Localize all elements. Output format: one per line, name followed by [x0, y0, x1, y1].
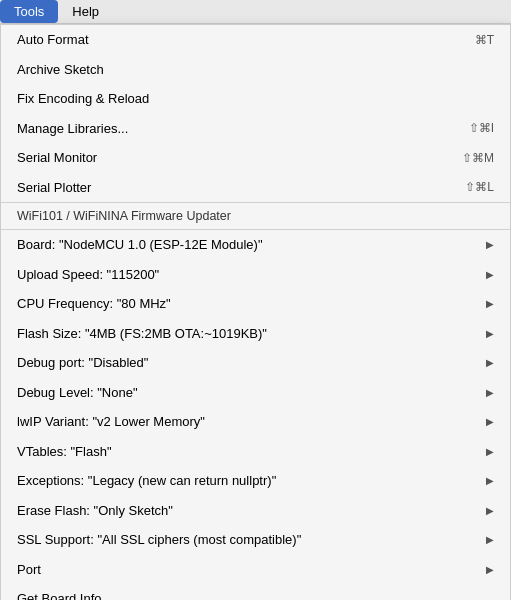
menu-section-2: Board: "NodeMCU 1.0 (ESP-12E Module)"▶Up… — [1, 230, 510, 600]
section-header-1: WiFi101 / WiFiNINA Firmware Updater — [1, 203, 510, 229]
menu-item-label: Get Board Info — [17, 589, 102, 600]
menu-item-2-5[interactable]: Debug Level: "None"▶ — [1, 378, 510, 408]
menu-bar-item-tools[interactable]: Tools — [0, 0, 58, 23]
menu-item-label: CPU Frequency: "80 MHz" — [17, 294, 171, 314]
menu-item-label: Exceptions: "Legacy (new can return null… — [17, 471, 276, 491]
menu-item-label: SSL Support: "All SSL ciphers (most comp… — [17, 530, 301, 550]
menu-item-2-12[interactable]: Get Board Info — [1, 584, 510, 600]
submenu-arrow-icon: ▶ — [486, 296, 494, 311]
menu-item-2-7[interactable]: VTables: "Flash"▶ — [1, 437, 510, 467]
menu-item-0-3[interactable]: Manage Libraries...⇧⌘I — [1, 114, 510, 144]
menu-item-0-0[interactable]: Auto Format⌘T — [1, 25, 510, 55]
menu-item-2-11[interactable]: Port▶ — [1, 555, 510, 585]
menu-section-1: WiFi101 / WiFiNINA Firmware Updater — [1, 203, 510, 230]
menu-item-label: Upload Speed: "115200" — [17, 265, 159, 285]
menu-item-2-0[interactable]: Board: "NodeMCU 1.0 (ESP-12E Module)"▶ — [1, 230, 510, 260]
menu-item-2-2[interactable]: CPU Frequency: "80 MHz"▶ — [1, 289, 510, 319]
submenu-arrow-icon: ▶ — [486, 414, 494, 429]
menu-item-shortcut: ⇧⌘I — [469, 119, 494, 137]
menu-item-label: Flash Size: "4MB (FS:2MB OTA:~1019KB)" — [17, 324, 267, 344]
menu-item-2-4[interactable]: Debug port: "Disabled"▶ — [1, 348, 510, 378]
menu-item-label: lwIP Variant: "v2 Lower Memory" — [17, 412, 205, 432]
menu-item-2-9[interactable]: Erase Flash: "Only Sketch"▶ — [1, 496, 510, 526]
menu-item-2-10[interactable]: SSL Support: "All SSL ciphers (most comp… — [1, 525, 510, 555]
submenu-arrow-icon: ▶ — [486, 267, 494, 282]
submenu-arrow-icon: ▶ — [486, 444, 494, 459]
menu-item-label: Fix Encoding & Reload — [17, 89, 149, 109]
menu-item-2-6[interactable]: lwIP Variant: "v2 Lower Memory"▶ — [1, 407, 510, 437]
menu-item-2-3[interactable]: Flash Size: "4MB (FS:2MB OTA:~1019KB)"▶ — [1, 319, 510, 349]
submenu-arrow-icon: ▶ — [486, 562, 494, 577]
menu-item-2-1[interactable]: Upload Speed: "115200"▶ — [1, 260, 510, 290]
menu-item-0-5[interactable]: Serial Plotter⇧⌘L — [1, 173, 510, 203]
submenu-arrow-icon: ▶ — [486, 532, 494, 547]
dropdown-menu: Auto Format⌘TArchive SketchFix Encoding … — [0, 24, 511, 600]
menu-item-label: Archive Sketch — [17, 60, 104, 80]
menu-item-label: Auto Format — [17, 30, 89, 50]
menu-item-0-2[interactable]: Fix Encoding & Reload — [1, 84, 510, 114]
menu-item-0-1[interactable]: Archive Sketch — [1, 55, 510, 85]
menu-item-2-8[interactable]: Exceptions: "Legacy (new can return null… — [1, 466, 510, 496]
submenu-arrow-icon: ▶ — [486, 355, 494, 370]
menu-item-shortcut: ⇧⌘M — [462, 149, 494, 167]
submenu-arrow-icon: ▶ — [486, 385, 494, 400]
menu-section-0: Auto Format⌘TArchive SketchFix Encoding … — [1, 25, 510, 203]
menu-bar: ToolsHelp — [0, 0, 511, 24]
menu-item-label: Serial Monitor — [17, 148, 97, 168]
submenu-arrow-icon: ▶ — [486, 237, 494, 252]
menu-item-label: Erase Flash: "Only Sketch" — [17, 501, 173, 521]
menu-item-label: Board: "NodeMCU 1.0 (ESP-12E Module)" — [17, 235, 263, 255]
menu-item-label: Debug port: "Disabled" — [17, 353, 148, 373]
submenu-arrow-icon: ▶ — [486, 326, 494, 341]
menu-item-0-4[interactable]: Serial Monitor⇧⌘M — [1, 143, 510, 173]
menu-item-shortcut: ⇧⌘L — [465, 178, 494, 196]
submenu-arrow-icon: ▶ — [486, 503, 494, 518]
menu-item-label: Serial Plotter — [17, 178, 91, 198]
menu-item-label: Port — [17, 560, 41, 580]
menu-item-shortcut: ⌘T — [475, 31, 494, 49]
menu-bar-item-help[interactable]: Help — [58, 0, 113, 23]
menu-item-label: VTables: "Flash" — [17, 442, 112, 462]
submenu-arrow-icon: ▶ — [486, 473, 494, 488]
menu-item-label: Debug Level: "None" — [17, 383, 138, 403]
menu-item-label: Manage Libraries... — [17, 119, 128, 139]
